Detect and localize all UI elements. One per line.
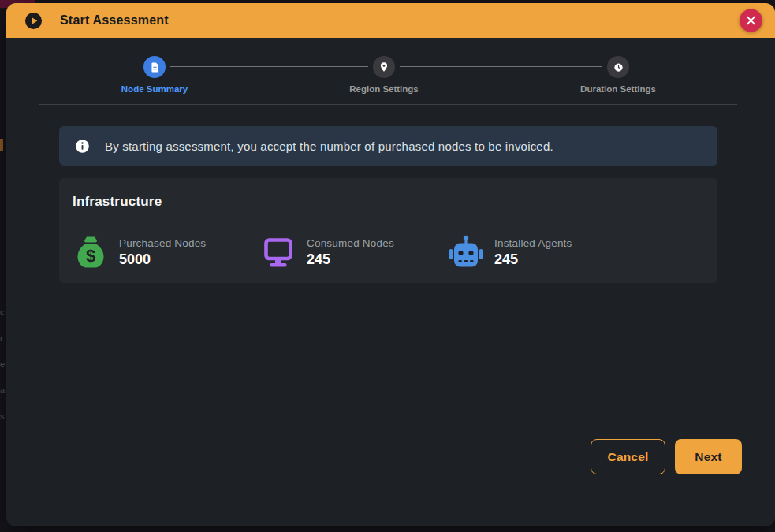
close-button[interactable] xyxy=(740,9,762,32)
background-accent-fragment xyxy=(0,139,3,151)
dialog-title: Start Assessment xyxy=(60,13,169,28)
stat-value: 245 xyxy=(307,251,394,268)
step-label-duration-settings: Duration Settings xyxy=(547,84,689,94)
stepper-connector xyxy=(170,66,368,67)
stat-value: 245 xyxy=(494,251,572,268)
step-region-settings[interactable] xyxy=(373,56,395,78)
money-bag-icon: $ xyxy=(72,233,110,271)
stat-label: Purchased Nodes xyxy=(119,237,206,249)
step-label-region-settings: Region Settings xyxy=(313,84,455,94)
clock-icon xyxy=(613,61,624,73)
svg-text:$: $ xyxy=(86,246,95,266)
background-text-fragment: c r e a s xyxy=(0,299,6,426)
cancel-button[interactable]: Cancel xyxy=(591,439,665,474)
info-icon xyxy=(75,139,90,154)
step-duration-settings[interactable] xyxy=(607,56,629,78)
stepper-connector xyxy=(400,66,602,67)
header-divider xyxy=(39,104,737,105)
stat-installed-agents: Installed Agents 245 xyxy=(447,233,635,271)
stat-value: 5000 xyxy=(119,251,206,268)
infrastructure-stats: $ Purchased Nodes 5000 xyxy=(72,233,635,271)
play-icon xyxy=(24,12,43,30)
dialog-body: Node Summary Region Settings Duration Se… xyxy=(6,38,775,526)
stat-consumed-nodes: Consumed Nodes 245 xyxy=(259,233,447,271)
step-node-summary[interactable] xyxy=(143,56,166,78)
next-button[interactable]: Next xyxy=(675,439,742,474)
stat-label: Consumed Nodes xyxy=(307,237,394,249)
robot-icon xyxy=(447,233,485,271)
document-icon xyxy=(149,61,161,73)
infrastructure-title: Infrastructure xyxy=(73,194,705,210)
invoice-notice-banner: By starting assessment, you accept the n… xyxy=(59,126,717,166)
monitor-icon xyxy=(259,233,297,271)
start-assessment-dialog: Start Assessment Node Summary xyxy=(6,3,775,526)
stat-label: Installed Agents xyxy=(494,237,572,249)
stat-purchased-nodes: $ Purchased Nodes 5000 xyxy=(72,233,259,271)
infrastructure-card: Infrastructure $ Purchased Nodes 5000 xyxy=(59,178,717,283)
step-label-node-summary: Node Summary xyxy=(84,84,225,94)
dialog-header: Start Assessment xyxy=(6,3,775,38)
location-pin-icon xyxy=(378,61,389,73)
notice-text: By starting assessment, you accept the n… xyxy=(105,140,553,153)
close-icon xyxy=(746,16,756,26)
